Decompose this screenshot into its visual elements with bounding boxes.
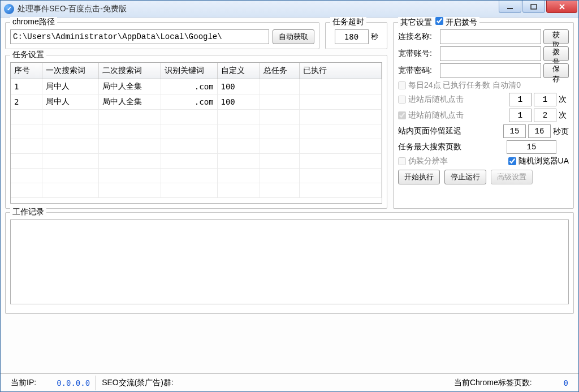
- client-area: chrome路径 自动获取 任务超时 秒: [1, 18, 578, 373]
- maximize-icon: [530, 3, 538, 10]
- svg-rect-1: [531, 5, 537, 9]
- table-cell: [11, 169, 42, 183]
- conn-name-input[interactable]: [440, 29, 541, 44]
- table-cell: [98, 139, 161, 154]
- table-cell: [161, 169, 217, 183]
- task-header-row: 序号 一次搜索词 二次搜索词 识别关键词 自定义 总任务 已执行: [11, 63, 382, 79]
- table-cell: [42, 183, 98, 198]
- ip-value: 0.0.0.0: [57, 378, 90, 387]
- table-row[interactable]: [11, 154, 382, 169]
- enable-dial-checkbox-wrap[interactable]: 开启拨号: [435, 17, 477, 28]
- before-enter-checkbox[interactable]: [398, 111, 406, 119]
- table-row[interactable]: 1局中人局中人全集.com100: [11, 79, 382, 94]
- after-enter-checkbox[interactable]: [398, 96, 406, 104]
- minimize-icon: [506, 3, 514, 10]
- task-table-wrap[interactable]: 序号 一次搜索词 二次搜索词 识别关键词 自定义 总任务 已执行 1局中人局中人…: [10, 62, 382, 204]
- bb-account-input[interactable]: [440, 46, 541, 61]
- table-row[interactable]: 2局中人局中人全集.com100: [11, 94, 382, 110]
- maximize-button[interactable]: [522, 1, 545, 13]
- after-enter-min[interactable]: [509, 93, 532, 106]
- start-button[interactable]: 开始执行: [398, 170, 440, 184]
- table-cell: [161, 154, 217, 169]
- close-icon: [558, 3, 566, 10]
- table-row[interactable]: [11, 169, 382, 183]
- titlebar: ✓ 处理事件SEO-百度点击-免费版: [1, 1, 578, 18]
- table-cell: [260, 124, 299, 139]
- app-icon: ✓: [4, 4, 14, 14]
- log-area[interactable]: [10, 219, 569, 304]
- table-cell: [11, 154, 42, 169]
- bb-password-input[interactable]: [440, 63, 541, 78]
- task-group: 任务设置 序号 一次搜索词 二次搜索词 识别关键词 自定义 总任务: [5, 55, 387, 209]
- table-cell: [260, 154, 299, 169]
- minimize-button[interactable]: [499, 1, 521, 13]
- col-done[interactable]: 已执行: [299, 63, 382, 79]
- table-cell: [11, 110, 42, 124]
- col-kw1[interactable]: 一次搜索词: [42, 63, 98, 79]
- chrome-path-input[interactable]: [10, 29, 269, 44]
- table-cell: [299, 110, 382, 124]
- max-pages-input[interactable]: [507, 140, 556, 154]
- close-button[interactable]: [546, 1, 577, 13]
- table-row[interactable]: [11, 124, 382, 139]
- advanced-button[interactable]: 高级设置: [491, 170, 533, 184]
- enable-dial-checkbox[interactable]: [435, 17, 443, 25]
- col-custom[interactable]: 自定义: [217, 63, 260, 79]
- after-enter-max[interactable]: [534, 93, 556, 106]
- fake-res-checkbox-wrap[interactable]: 伪装分辨率: [398, 156, 448, 166]
- table-row[interactable]: [11, 139, 382, 154]
- log-group: 工作记录: [5, 212, 574, 314]
- app-window: ✓ 处理事件SEO-百度点击-免费版 chrome路径: [0, 0, 579, 392]
- save-button[interactable]: 保存: [543, 63, 569, 78]
- col-total[interactable]: 总任务: [260, 63, 299, 79]
- chrome-path-group: chrome路径 自动获取: [5, 22, 319, 49]
- max-pages-label: 任务最大搜索页数: [398, 142, 504, 152]
- table-cell: 100: [217, 79, 260, 94]
- table-cell: 1: [11, 79, 42, 94]
- random-ua-checkbox-wrap[interactable]: 随机浏览器UA: [508, 156, 569, 166]
- after-enter-checkbox-wrap[interactable]: 进站后随机点击: [398, 94, 464, 105]
- table-cell: [299, 183, 382, 198]
- table-cell: [42, 110, 98, 124]
- table-cell: [11, 139, 42, 154]
- before-enter-max[interactable]: [534, 109, 556, 122]
- table-cell: [260, 169, 299, 183]
- table-cell: [217, 139, 260, 154]
- table-cell: [42, 124, 98, 139]
- col-index[interactable]: 序号: [11, 63, 42, 79]
- seo-group-label: SEO交流(禁广告)群:: [102, 378, 174, 388]
- table-row[interactable]: [11, 110, 382, 124]
- table-cell: 局中人全集: [98, 79, 161, 94]
- table-cell: [217, 124, 260, 139]
- before-enter-checkbox-wrap[interactable]: 进站前随机点击: [398, 110, 464, 120]
- table-cell: [161, 139, 217, 154]
- auto-get-button[interactable]: 自动获取: [273, 29, 314, 44]
- stay-max[interactable]: [528, 124, 551, 138]
- table-cell: [299, 94, 382, 110]
- timeout-input[interactable]: [335, 29, 369, 44]
- daily-reset-checkbox[interactable]: [398, 81, 406, 89]
- chrome-path-legend: chrome路径: [10, 17, 57, 27]
- conn-name-label: 连接名称:: [398, 32, 438, 42]
- col-kw2[interactable]: 二次搜索词: [98, 63, 161, 79]
- table-cell: 100: [217, 94, 260, 110]
- timeout-unit: 秒: [371, 32, 378, 42]
- get-conn-button[interactable]: 获取: [543, 29, 569, 44]
- col-ident[interactable]: 识别关键词: [161, 63, 217, 79]
- dial-button[interactable]: 拨号: [543, 46, 569, 61]
- daily-reset-checkbox-wrap[interactable]: 每日24点 已执行任务数 自动清0: [398, 80, 521, 91]
- fake-res-checkbox[interactable]: [398, 157, 406, 165]
- timeout-legend: 任务超时: [330, 17, 366, 27]
- table-cell: [299, 124, 382, 139]
- before-enter-min[interactable]: [509, 109, 532, 122]
- task-legend: 任务设置: [10, 50, 46, 60]
- random-ua-checkbox[interactable]: [508, 157, 516, 165]
- table-cell: [98, 154, 161, 169]
- tabs-label: 当前Chrome标签页数:: [454, 378, 532, 388]
- table-cell: [299, 79, 382, 94]
- table-cell: [217, 154, 260, 169]
- table-row[interactable]: [11, 183, 382, 198]
- stop-button[interactable]: 停止运行: [444, 170, 486, 184]
- bb-password-label: 宽带密码:: [398, 66, 438, 76]
- stay-min[interactable]: [503, 124, 526, 138]
